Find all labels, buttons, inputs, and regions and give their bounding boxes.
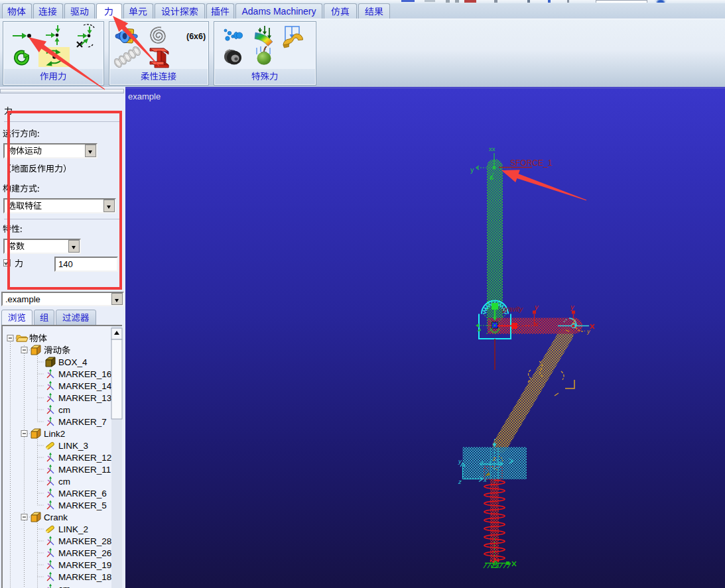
svg-text:MARKER_16: MARKER_16 — [58, 369, 111, 379]
svg-text:MARKER_11: MARKER_11 — [58, 465, 111, 475]
svg-text:MARKER_5: MARKER_5 — [58, 500, 107, 510]
svg-text:MARKER_7: MARKER_7 — [58, 417, 107, 427]
svg-text:cm: cm — [58, 477, 70, 487]
svg-text:BOX_4: BOX_4 — [58, 357, 88, 367]
svg-text:MARKER_6: MARKER_6 — [58, 489, 107, 499]
svg-text:LINK_2: LINK_2 — [58, 524, 88, 534]
svg-text:cm: cm — [58, 405, 70, 415]
svg-text:MARKER_28: MARKER_28 — [58, 536, 111, 546]
svg-text:MARKER_18: MARKER_18 — [58, 572, 111, 582]
svg-text:MARKER_19: MARKER_19 — [58, 560, 111, 570]
svg-text:MARKER_12: MARKER_12 — [58, 453, 111, 463]
svg-text:MARKER_14: MARKER_14 — [58, 381, 112, 391]
svg-text:MARKER_26: MARKER_26 — [58, 548, 111, 558]
svg-text:Crank: Crank — [44, 512, 68, 522]
svg-text:LINK_3: LINK_3 — [58, 441, 88, 451]
svg-text:cm: cm — [58, 584, 70, 588]
svg-text:MARKER_13: MARKER_13 — [58, 393, 111, 403]
svg-text:Link2: Link2 — [44, 429, 65, 439]
svg-text:(6x6): (6x6) — [186, 32, 206, 41]
